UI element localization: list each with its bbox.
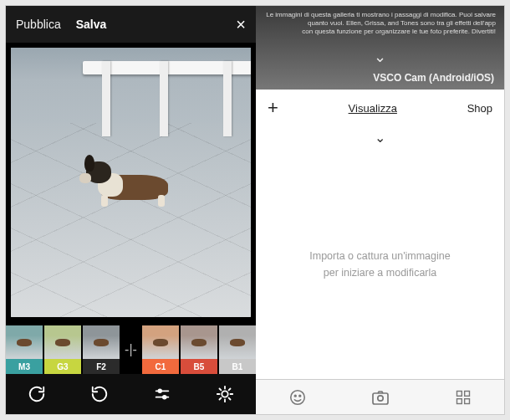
svg-point-13 (290, 390, 304, 404)
filter-thumb (142, 325, 179, 359)
blurred-text: con questa funzione per organizzare le t… (264, 28, 496, 36)
chevron-down-icon[interactable]: ⌄ (375, 130, 385, 146)
svg-point-14 (294, 395, 296, 397)
library-bottom-bar (256, 379, 504, 414)
svg-line-12 (228, 388, 230, 390)
filter-label: F2 (83, 359, 120, 374)
redo-icon[interactable] (26, 383, 48, 405)
filter-label: G3 (44, 359, 81, 374)
filter-thumb (6, 325, 43, 359)
blurred-text: quanto vuoi. Ellen, Grissa, and Tones so… (264, 19, 496, 28)
filter-thumb (181, 325, 217, 359)
svg-rect-18 (456, 391, 462, 396)
filter-thumb (219, 325, 256, 359)
svg-line-9 (219, 388, 221, 390)
svg-line-11 (219, 398, 221, 400)
save-button[interactable]: Salva (76, 18, 107, 31)
svg-point-3 (163, 396, 166, 399)
svg-line-10 (228, 398, 230, 400)
svg-point-15 (298, 395, 300, 397)
svg-point-17 (377, 395, 382, 400)
filter-g3[interactable]: G3 (44, 325, 81, 374)
empty-line2: per iniziare a modificarla (256, 264, 504, 281)
smile-icon[interactable] (287, 387, 309, 408)
photo-canvas[interactable] (11, 48, 251, 317)
chevron-down-icon: ⌄ (374, 48, 386, 67)
editor-header: Pubblica Salva × (6, 6, 256, 43)
grid-icon[interactable] (452, 387, 474, 408)
filter-separator: -|- (121, 325, 140, 374)
photo-canvas-wrap (6, 43, 256, 322)
filter-f2[interactable]: F2 (83, 325, 120, 374)
filters-strip[interactable]: M3G3F2-|-C1B5B1 (6, 322, 256, 374)
gear-icon[interactable] (214, 383, 236, 405)
svg-point-4 (222, 391, 227, 397)
filter-label: M3 (6, 359, 43, 374)
svg-rect-20 (456, 398, 462, 403)
svg-point-2 (158, 390, 161, 393)
filter-label: C1 (142, 359, 179, 374)
editor-bottom-bar (6, 374, 256, 414)
app-name: VSCO Cam (Android/iOS) (373, 72, 494, 85)
library-tabs: + Visualizza Shop (256, 90, 504, 126)
filter-thumb (44, 325, 81, 359)
editor-panel: Pubblica Salva × (6, 6, 256, 414)
library-panel: Le immagini di questa galleria ti mostra… (256, 6, 504, 414)
empty-line1: Importa o cattura un'immagine (256, 248, 504, 264)
svg-rect-21 (464, 398, 469, 403)
tab-view[interactable]: Visualizza (278, 102, 467, 115)
filter-label: B5 (181, 359, 217, 374)
add-button[interactable]: + (268, 97, 278, 119)
undo-icon[interactable] (89, 383, 110, 405)
filter-m3[interactable]: M3 (6, 325, 43, 374)
library-body: ⌄ Importa o cattura un'immagine per iniz… (256, 126, 504, 379)
publish-button[interactable]: Pubblica (16, 18, 61, 31)
blurred-text: Le immagini di questa galleria ti mostra… (264, 11, 496, 19)
filter-label: B1 (219, 359, 256, 374)
camera-icon[interactable] (370, 387, 391, 408)
tab-shop[interactable]: Shop (467, 102, 492, 115)
close-button[interactable]: × (236, 15, 246, 34)
library-blurred-header: Le immagini di questa galleria ti mostra… (256, 6, 504, 90)
library-empty-state: Importa o cattura un'immagine per inizia… (256, 248, 504, 281)
sliders-icon[interactable] (151, 383, 173, 405)
filter-c1[interactable]: C1 (142, 325, 179, 374)
filter-b5[interactable]: B5 (181, 325, 217, 374)
svg-rect-19 (464, 391, 469, 396)
filter-thumb (83, 325, 120, 359)
filter-b1[interactable]: B1 (219, 325, 256, 374)
